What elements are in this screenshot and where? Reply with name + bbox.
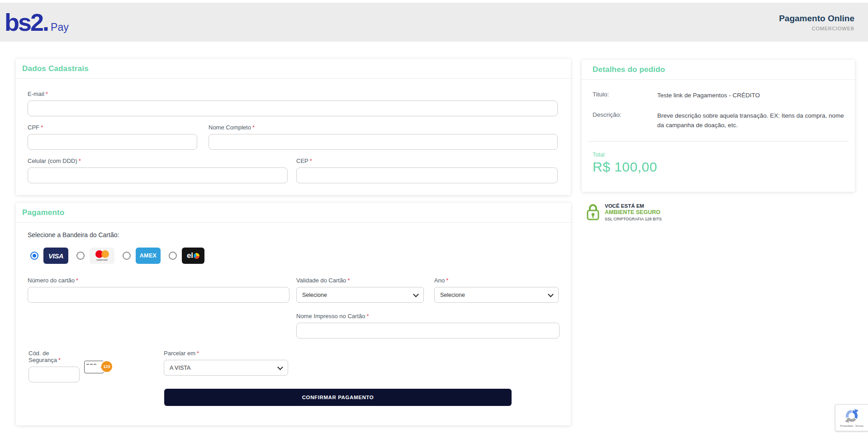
logo-bs2: bs2. bbox=[5, 10, 48, 34]
email-input[interactable] bbox=[28, 100, 558, 116]
cpf-nome-row: CPF* Nome Completo* bbox=[28, 124, 558, 150]
mastercard-radio[interactable] bbox=[76, 252, 85, 260]
celular-field-group: Celular (com DDD)* bbox=[28, 157, 288, 183]
cvv-123-badge: 123 bbox=[100, 360, 113, 373]
confirmar-pagamento-button[interactable]: CONFIRMAR PAGAMENTO bbox=[164, 389, 512, 406]
validade-label: Validade do Cartão* bbox=[296, 277, 424, 284]
left-column: Dados Cadastrais E-mail* CPF* Nome Compl… bbox=[16, 59, 571, 425]
nome-completo-label: Nome Completo* bbox=[209, 124, 558, 131]
nome-impresso-field-group: Nome Impresso no Cartão* bbox=[296, 313, 560, 339]
dados-cadastrais-title: Dados Cadastrais bbox=[16, 59, 571, 79]
mastercard-circles-icon bbox=[95, 250, 109, 258]
ano-field-group: Ano* Selecione bbox=[434, 277, 559, 303]
brand-prompt-label: Selecione a Bandeira do Cartão: bbox=[28, 231, 559, 238]
lock-icon bbox=[586, 203, 600, 221]
pagamento-title: Pagamento bbox=[16, 203, 571, 223]
brand-option-elo[interactable]: el bbox=[169, 248, 204, 264]
merchant-name: COMERCIOWEB bbox=[779, 26, 854, 31]
required-asterisk: * bbox=[76, 277, 78, 284]
parcelar-select[interactable]: A VISTA bbox=[164, 360, 288, 376]
cvv-input[interactable] bbox=[28, 367, 80, 382]
card-number-row: Número do cartão* Validade do Cartão* Se… bbox=[28, 277, 559, 303]
nome-field-group: Nome Completo* bbox=[209, 124, 558, 150]
required-asterisk: * bbox=[446, 277, 448, 284]
cep-label: CEP* bbox=[296, 157, 558, 164]
celular-cep-row: Celular (com DDD)* CEP* bbox=[28, 157, 558, 183]
page-title: Pagamento Online bbox=[779, 14, 854, 24]
pagamento-card: Pagamento Selecione a Bandeira do Cartão… bbox=[16, 203, 571, 425]
ano-select[interactable]: Selecione bbox=[434, 287, 559, 303]
descricao-row: Descrição: Breve descrição sobre aquela … bbox=[593, 111, 844, 130]
chevron-down-icon bbox=[277, 364, 283, 370]
secure-line1: VOCÊ ESTÁ EM bbox=[605, 203, 662, 209]
celular-input[interactable] bbox=[28, 167, 288, 183]
mastercard-logo[interactable]: mastercard bbox=[90, 248, 114, 264]
recaptcha-badge[interactable]: Privacidade - Termos bbox=[835, 404, 868, 431]
recaptcha-icon bbox=[844, 409, 859, 423]
parcelar-field-group: Parcelar em* A VISTA bbox=[164, 350, 288, 376]
email-field-group: E-mail* bbox=[28, 91, 558, 116]
required-asterisk: * bbox=[252, 124, 255, 131]
total-block: Total R$ 100,00 bbox=[593, 142, 844, 192]
dados-cadastrais-card: Dados Cadastrais E-mail* CPF* Nome Compl… bbox=[16, 59, 571, 195]
cpf-field-group: CPF* bbox=[28, 124, 197, 150]
validade-field-group: Validade do Cartão* Selecione bbox=[296, 277, 424, 303]
required-asterisk: * bbox=[46, 91, 48, 97]
visa-radio[interactable] bbox=[30, 252, 38, 260]
logo-pay: Pay bbox=[51, 22, 69, 33]
detalhes-pedido-title: Detalhes do pedido bbox=[582, 60, 855, 80]
dados-cadastrais-body: E-mail* CPF* Nome Completo* Celular bbox=[16, 79, 571, 195]
cep-input[interactable] bbox=[296, 167, 558, 183]
elo-logo[interactable]: el bbox=[182, 248, 204, 264]
total-label: Total bbox=[593, 152, 844, 158]
amex-logo[interactable]: AMEX bbox=[136, 248, 161, 264]
cvv-label: Cód. de Segurança* bbox=[28, 350, 80, 363]
cvv-field-group: Cód. de Segurança* bbox=[28, 350, 80, 382]
required-asterisk: * bbox=[41, 124, 43, 131]
recaptcha-terms-link[interactable]: Privacidade - Termos bbox=[840, 424, 863, 427]
descricao-label: Descrição: bbox=[593, 111, 657, 130]
cvv-help-icon: 123 bbox=[84, 360, 113, 374]
ano-label: Ano* bbox=[434, 277, 559, 284]
cpf-input[interactable] bbox=[28, 134, 197, 150]
detalhes-pedido-body: Titulo: Teste link de Pagamentos - CRÉDI… bbox=[582, 80, 855, 192]
descricao-value: Breve descrição sobre aquela transação. … bbox=[657, 111, 844, 130]
cep-field-group: CEP* bbox=[296, 157, 558, 183]
titulo-value: Teste link de Pagamentos - CRÉDITO bbox=[657, 91, 844, 100]
required-asterisk: * bbox=[310, 157, 312, 164]
elo-o-icon bbox=[193, 252, 200, 259]
elo-radio[interactable] bbox=[169, 252, 177, 260]
secure-line2: AMBIENTE SEGURO bbox=[605, 209, 662, 216]
celular-label: Celular (com DDD)* bbox=[28, 157, 288, 164]
titulo-row: Titulo: Teste link de Pagamentos - CRÉDI… bbox=[593, 91, 844, 100]
required-asterisk: * bbox=[58, 357, 61, 363]
visa-logo[interactable]: VISA bbox=[43, 248, 68, 264]
required-asterisk: * bbox=[366, 313, 369, 320]
chevron-down-icon bbox=[548, 291, 554, 297]
brand-option-visa[interactable]: VISA bbox=[30, 248, 68, 264]
titulo-label: Titulo: bbox=[593, 91, 657, 100]
secure-text: VOCÊ ESTÁ EM AMBIENTE SEGURO SSL CRIPTOG… bbox=[605, 203, 662, 222]
pagamento-body: Selecione a Bandeira do Cartão: VISA mas… bbox=[16, 223, 571, 425]
detalhes-pedido-card: Detalhes do pedido Titulo: Teste link de… bbox=[582, 60, 855, 192]
main-content: Dados Cadastrais E-mail* CPF* Nome Compl… bbox=[0, 42, 868, 425]
brand-option-mastercard[interactable]: mastercard bbox=[76, 248, 114, 264]
top-bar: bs2. Pay Pagamento Online COMERCIOWEB bbox=[0, 3, 868, 42]
amex-radio[interactable] bbox=[123, 252, 131, 260]
required-asterisk: * bbox=[197, 350, 199, 357]
nome-completo-input[interactable] bbox=[209, 134, 558, 150]
numero-field-group: Número do cartão* bbox=[28, 277, 289, 303]
numero-cartao-input[interactable] bbox=[28, 287, 289, 303]
brand-option-amex[interactable]: AMEX bbox=[123, 248, 161, 264]
nome-impresso-input[interactable] bbox=[296, 323, 560, 339]
required-asterisk: * bbox=[347, 277, 350, 284]
validade-select[interactable]: Selecione bbox=[296, 287, 424, 303]
nome-impresso-label: Nome Impresso no Cartão* bbox=[296, 313, 560, 320]
secure-environment-badge: VOCÊ ESTÁ EM AMBIENTE SEGURO SSL CRIPTOG… bbox=[582, 203, 855, 222]
chevron-down-icon bbox=[413, 291, 419, 297]
card-brand-options: VISA mastercard AMEX bbox=[28, 248, 559, 264]
required-asterisk: * bbox=[79, 157, 81, 164]
cvv-parcelar-row: Cód. de Segurança* 123 Parcelar em* bbox=[28, 350, 559, 382]
mastercard-wordmark: mastercard bbox=[96, 259, 108, 261]
numero-cartao-label: Número do cartão* bbox=[28, 277, 289, 284]
